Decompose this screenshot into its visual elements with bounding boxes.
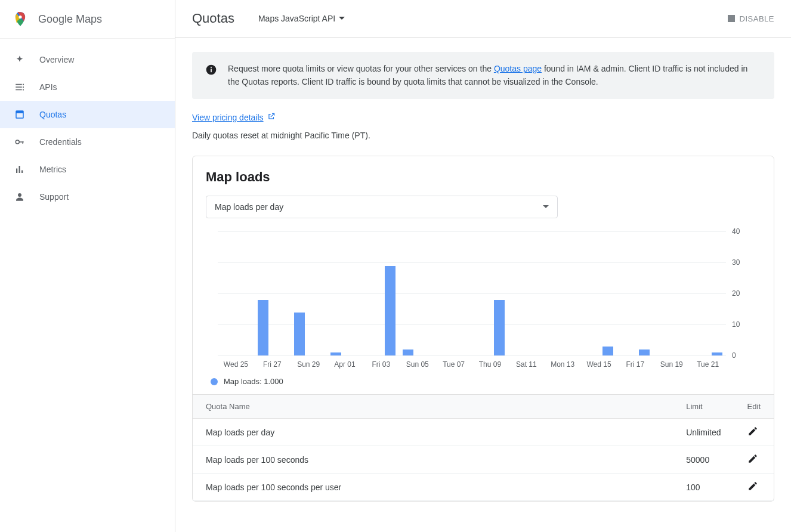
bar-slot: [363, 231, 381, 355]
bar-slot: [218, 231, 236, 355]
y-tick: 40: [732, 227, 756, 236]
svg-rect-17: [211, 69, 212, 72]
quotas-page-link[interactable]: Quotas page: [494, 64, 542, 73]
metric-selected-label: Map loads per day: [215, 202, 283, 212]
card-title: Map loads: [193, 169, 774, 196]
api-selector[interactable]: Maps JavaScript API: [258, 14, 345, 23]
info-text: Request more quota limits or view quotas…: [228, 63, 761, 88]
bar-slot: [690, 231, 707, 355]
bar-slot: [399, 231, 417, 355]
bar-slot: [291, 231, 308, 355]
bar-slot: [599, 231, 617, 355]
nav-label: Credentials: [39, 137, 82, 147]
info-icon: [205, 64, 217, 76]
x-tick: Tue 21: [690, 360, 726, 369]
nav-label: Support: [39, 192, 69, 202]
svg-point-9: [16, 140, 19, 144]
stop-icon: [728, 15, 735, 22]
external-link-icon: [267, 112, 276, 122]
sidebar-item-quotas[interactable]: Quotas: [0, 101, 175, 128]
quota-limit-cell: Unlimited: [673, 419, 734, 446]
edit-icon[interactable]: [747, 429, 758, 438]
svg-point-6: [23, 89, 24, 90]
svg-point-18: [211, 67, 212, 68]
map-loads-card: Map loads Map loads per day 010203040Wed…: [192, 156, 774, 502]
x-tick: Fri 03: [363, 360, 399, 369]
x-tick: Sun 19: [653, 360, 690, 369]
x-tick: Sun 05: [399, 360, 435, 369]
svg-point-0: [18, 16, 21, 18]
edit-icon[interactable]: [747, 484, 758, 493]
sidebar-item-metrics[interactable]: Metrics: [0, 156, 175, 183]
sidebar-item-overview[interactable]: Overview: [0, 46, 175, 73]
sidebar-item-credentials[interactable]: Credentials: [0, 128, 175, 156]
sidebar-item-support[interactable]: Support: [0, 183, 175, 211]
main-header: Quotas Maps JavaScript API DISABLE: [175, 0, 791, 38]
x-tick: Wed 25: [218, 360, 254, 369]
quota-name-cell: Map loads per day: [193, 419, 673, 446]
col-quota-name: Quota Name: [193, 395, 673, 419]
svg-point-15: [18, 193, 21, 197]
person-icon: [13, 190, 26, 203]
table-row: Map loads per 100 seconds per user100: [193, 474, 774, 501]
page-title: Quotas: [192, 11, 234, 26]
bar-slot: [653, 231, 671, 355]
sidebar: Google Maps Overview APIs Quotas: [0, 0, 175, 532]
caret-down-icon: [543, 202, 549, 212]
x-tick: Fri 17: [617, 360, 653, 369]
bar-slot: [345, 231, 363, 355]
nav-label: Quotas: [39, 110, 66, 119]
disable-button[interactable]: DISABLE: [728, 14, 774, 23]
x-tick: Tue 07: [435, 360, 472, 369]
main: Quotas Maps JavaScript API DISABLE Reque…: [175, 0, 791, 532]
bar-slot: [418, 231, 435, 355]
bar: [330, 352, 341, 355]
nav-label: Overview: [39, 55, 74, 64]
legend-label: Map loads: 1.000: [224, 377, 283, 386]
bar-slot: [545, 231, 563, 355]
table-row: Map loads per dayUnlimited: [193, 419, 774, 446]
bar: [294, 313, 305, 356]
y-tick: 0: [732, 351, 756, 360]
bar-slot: [236, 231, 254, 355]
bar: [494, 300, 505, 356]
quota-limit-cell: 100: [673, 474, 734, 501]
x-tick: Thu 09: [472, 360, 508, 369]
svg-rect-8: [16, 111, 23, 113]
view-pricing-details-link[interactable]: View pricing details: [192, 112, 276, 122]
metric-selector[interactable]: Map loads per day: [206, 196, 558, 218]
svg-rect-3: [16, 89, 22, 91]
bar-slot: [435, 231, 453, 355]
col-edit: Edit: [734, 395, 774, 419]
y-tick: 20: [732, 289, 756, 298]
bar-slot: [635, 231, 653, 355]
x-axis: Wed 25Fri 27Sun 29Apr 01Fri 03Sun 05Tue …: [218, 360, 726, 369]
bar-slot: [580, 231, 598, 355]
api-selected-label: Maps JavaScript API: [258, 14, 335, 23]
svg-rect-1: [16, 84, 22, 85]
info-banner: Request more quota limits or view quotas…: [192, 52, 774, 99]
chart: 010203040Wed 25Fri 27Sun 29Apr 01Fri 03S…: [193, 225, 774, 372]
nav-label: APIs: [39, 82, 57, 92]
caret-down-icon: [339, 14, 345, 23]
table-row: Map loads per 100 seconds50000: [193, 446, 774, 474]
sidebar-item-apis[interactable]: APIs: [0, 73, 175, 101]
bar-slot: [381, 231, 399, 355]
bar: [712, 352, 722, 355]
bar: [639, 349, 650, 355]
y-tick: 10: [732, 320, 756, 329]
svg-rect-14: [21, 171, 23, 174]
table-header-row: Quota Name Limit Edit: [193, 395, 774, 419]
bar-slot: [508, 231, 526, 355]
quota-table: Quota Name Limit Edit Map loads per dayU…: [193, 394, 774, 501]
x-tick: Wed 15: [581, 360, 617, 369]
bar-slot: [272, 231, 290, 355]
bar-slot: [617, 231, 635, 355]
key-icon: [13, 135, 26, 149]
chart-legend: Map loads: 1.000: [193, 372, 774, 394]
edit-icon[interactable]: [747, 456, 758, 466]
bar-slot: [327, 231, 345, 355]
bar: [385, 266, 396, 356]
quotas-icon: [13, 108, 26, 121]
sidebar-header: Google Maps: [0, 0, 175, 39]
